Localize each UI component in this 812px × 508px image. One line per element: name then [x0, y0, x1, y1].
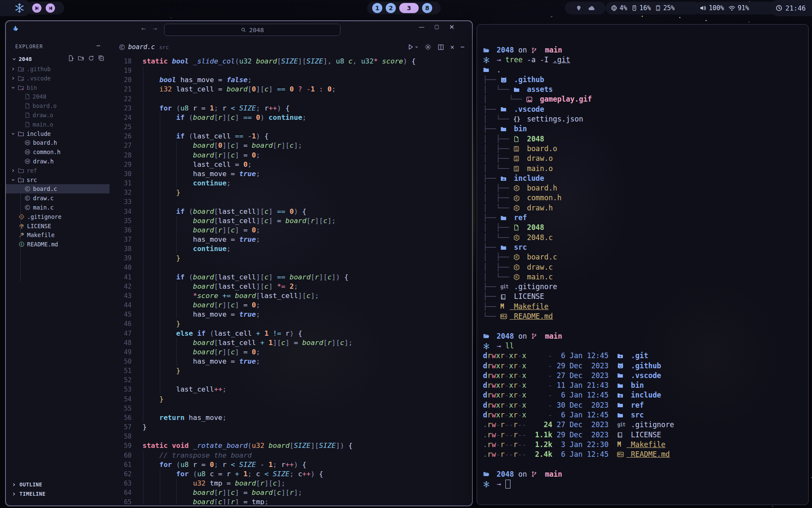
- sidebar-item-ref[interactable]: ref: [6, 166, 110, 175]
- sidebar-item-draw-c[interactable]: draw.c: [6, 193, 110, 203]
- code-line-19: 19: [110, 66, 472, 75]
- sidebar-item-common-h[interactable]: common.h: [6, 147, 110, 157]
- line-number: 53: [110, 385, 140, 394]
- code-line-30: 30 has_move = true;: [110, 169, 472, 179]
- terminal-line: ├── LICENSE: [483, 292, 804, 301]
- code-area[interactable]: 18static bool _slide_col(u32 board[SIZE]…: [110, 57, 472, 505]
- workspace-button-2[interactable]: 2: [386, 3, 396, 13]
- sidebar-item--gitignore[interactable]: .gitignore: [6, 212, 110, 221]
- sidebar-item-readme-md[interactable]: README.md: [6, 240, 110, 249]
- sidebar-item-main-c[interactable]: main.c: [6, 203, 110, 212]
- sidebar-item-label: Makefile: [27, 232, 55, 238]
- sidebar-item-makefile[interactable]: Makefile: [6, 230, 110, 240]
- sidebar-item-src[interactable]: {}src: [6, 175, 110, 185]
- clock[interactable]: 21:46: [771, 0, 812, 16]
- sidebar-item-board-h[interactable]: board.h: [6, 138, 110, 147]
- explorer-more-icon[interactable]: ⋯: [96, 42, 100, 50]
- snowflake-icon: [483, 343, 492, 350]
- maximize-button[interactable]: ▢: [434, 24, 439, 30]
- folder-icon: [483, 66, 492, 73]
- tab-board-c[interactable]: board.c src: [119, 43, 169, 51]
- wifi-indicator[interactable]: 91%: [728, 4, 749, 12]
- settings-gear-icon[interactable]: [425, 44, 431, 50]
- close-editor-icon[interactable]: ✕: [450, 43, 454, 51]
- sidebar-item-bin[interactable]: bin: [6, 83, 110, 92]
- minimize-button[interactable]: —: [419, 23, 425, 30]
- new-folder-button[interactable]: [78, 55, 84, 61]
- chevron-down-icon: [11, 86, 16, 90]
- line-number: 40: [110, 263, 140, 272]
- next-track-button[interactable]: [46, 3, 55, 13]
- file-icon: [513, 136, 523, 142]
- markdown-icon: [617, 452, 626, 457]
- close-button[interactable]: ✕: [449, 23, 455, 31]
- sidebar-item-board-o[interactable]: board.o: [6, 101, 110, 110]
- sidebar-item-license[interactable]: LICENSE: [6, 221, 110, 231]
- code-line-44: 44 board[r][c] = 0;: [110, 301, 472, 310]
- sidebar-item-label: ref: [27, 167, 37, 174]
- volume-icon: [700, 5, 707, 11]
- nixos-snowflake-icon[interactable]: [14, 3, 25, 13]
- code-line-49: 49 board[r][c] = 0;: [110, 348, 472, 357]
- workspace-button-1[interactable]: 1: [372, 3, 382, 13]
- run-button[interactable]: [407, 44, 418, 50]
- timeline-panel-header[interactable]: TIMELINE: [12, 491, 46, 497]
- terminal-line: .rw-r--r-- 1.2k 3 Jan 22:30 M Makefile: [483, 440, 804, 450]
- folder-icon: [617, 382, 626, 389]
- code-line-42: 42 board[last_cell][c] *= 2;: [110, 282, 472, 291]
- explorer-sidebar: EXPLORER ⋯ 2048 .github.vscodebin2048boa…: [6, 37, 110, 504]
- ram-indicator[interactable]: 16%: [631, 4, 651, 12]
- nav-forward-button[interactable]: →: [153, 24, 157, 33]
- terminal-line: .rw-r--r-- 2.4k 6 Jan 12:45 README.md: [483, 450, 804, 459]
- disk-indicator[interactable]: 25%: [655, 4, 675, 12]
- workspace-button-3[interactable]: 3: [399, 3, 419, 13]
- terminal-line: │ ├── 0110 board.o: [483, 144, 804, 154]
- command-search-box[interactable]: 2048: [164, 24, 340, 36]
- volume-indicator[interactable]: 100%: [700, 4, 724, 12]
- sidebar-item-main-o[interactable]: main.o: [6, 120, 110, 129]
- file-icon: [25, 94, 30, 99]
- folder-github-icon: [617, 362, 626, 369]
- terminal-line: │ ├── 0110 draw.o: [483, 154, 804, 163]
- svg-text:C: C: [515, 196, 518, 200]
- collapse-all-button[interactable]: [98, 55, 104, 61]
- sidebar-item-draw-h[interactable]: draw.h: [6, 157, 110, 166]
- more-actions-icon[interactable]: ⋯: [461, 43, 464, 51]
- sidebar-item-board-c[interactable]: board.c: [6, 184, 110, 193]
- code-line-28: 28 board[r][c] = 0;: [110, 151, 472, 160]
- code-line-52: 52: [110, 375, 472, 385]
- sidebar-item-include[interactable]: include: [6, 129, 110, 138]
- tray-cloud-icon[interactable]: [588, 5, 595, 11]
- terminal-content[interactable]: 2048 on main → tree -a -I .git .├── .git…: [483, 45, 804, 489]
- outline-panel-header[interactable]: OUTLINE: [12, 482, 42, 488]
- code-line-20: 20 bool has_move = false;: [110, 75, 472, 85]
- new-file-button[interactable]: [68, 55, 74, 61]
- sidebar-item--vscode[interactable]: .vscode: [6, 74, 110, 83]
- folder-gear-icon: [617, 392, 626, 399]
- app-logo-icon[interactable]: [12, 25, 19, 33]
- workspace-button-8[interactable]: 8: [422, 3, 432, 13]
- book-icon: [617, 432, 626, 438]
- sidebar-item--github[interactable]: .github: [6, 64, 110, 74]
- sidebar-item-2048[interactable]: 2048: [6, 92, 110, 101]
- terminal-line: ├── bin: [483, 124, 804, 134]
- chevron-down-icon: [11, 132, 16, 136]
- line-number: 60: [110, 451, 140, 460]
- tray-pin-icon[interactable]: [576, 5, 582, 11]
- gitText-icon: git: [617, 420, 626, 430]
- terminal-line: 2048 on main: [483, 45, 804, 55]
- sidebar-item-draw-o[interactable]: draw.o: [6, 110, 110, 120]
- previous-track-button[interactable]: [32, 3, 41, 13]
- refresh-button[interactable]: [88, 55, 94, 61]
- editor-titlebar[interactable]: ← → 2048 — ▢ ✕: [6, 21, 472, 37]
- split-editor-icon[interactable]: [438, 44, 444, 50]
- nav-back-button[interactable]: ←: [141, 24, 145, 33]
- binary-icon: 0110: [513, 155, 523, 162]
- line-number: 24: [110, 113, 140, 122]
- terminal-line: →: [483, 479, 804, 489]
- terminal-line: [483, 321, 804, 331]
- terminal-line: → tree -a -I .git: [483, 55, 804, 65]
- cpu-indicator[interactable]: 4%: [611, 4, 627, 12]
- line-number: 59: [110, 441, 140, 450]
- code-line-33: 33: [110, 197, 472, 207]
